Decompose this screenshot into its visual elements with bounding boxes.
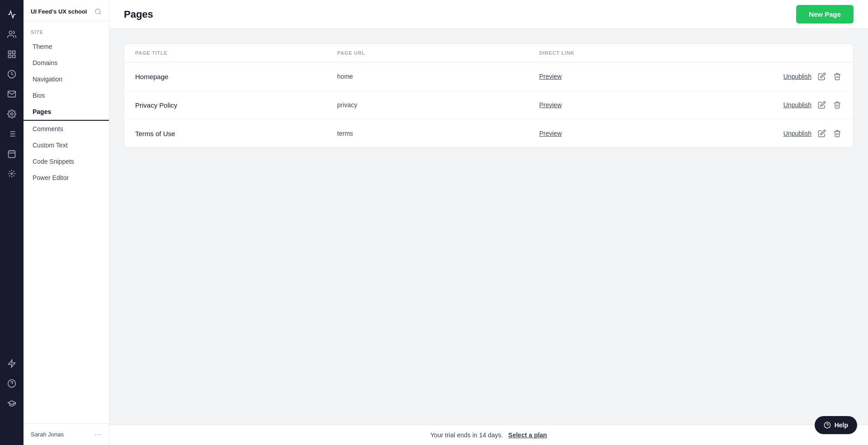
col-header-page-url: PAGE URL (337, 50, 539, 56)
sidebar-item-pages[interactable]: Pages (24, 104, 109, 121)
row-1-page-title: Homepage (135, 73, 337, 80)
more-options-icon[interactable]: ⋯ (94, 430, 102, 439)
svg-point-0 (9, 31, 12, 34)
svg-marker-18 (9, 360, 15, 368)
lightning-icon-btn[interactable] (3, 355, 21, 373)
sidebar-item-custom-text[interactable]: Custom Text (24, 137, 109, 153)
calendar-icon-btn[interactable] (3, 145, 21, 163)
app-name: UI Feed's UX school (31, 8, 87, 15)
trial-message: Your trial ends in 14 days. (430, 431, 503, 439)
row-2-actions: Unpublish (741, 100, 842, 110)
row-2-page-title: Privacy Policy (135, 101, 337, 109)
table-row: Terms of Use terms Preview Unpublish (124, 119, 853, 147)
row-1-unpublish-button[interactable]: Unpublish (783, 73, 811, 80)
top-bar: Pages New Page (109, 0, 868, 29)
pages-table-card: PAGE TITLE PAGE URL DIRECT LINK Homepage… (124, 43, 854, 148)
dashboard-icon-btn[interactable] (3, 45, 21, 63)
row-3-delete-button[interactable] (832, 128, 842, 138)
row-1-direct-link: Preview (539, 73, 741, 80)
sidebar-item-comments[interactable]: Comments (24, 121, 109, 137)
row-2-edit-button[interactable] (817, 100, 827, 110)
row-3-edit-button[interactable] (817, 128, 827, 138)
users-icon-btn[interactable] (3, 25, 21, 43)
new-page-button[interactable]: New Page (796, 5, 854, 24)
help-label: Help (835, 421, 848, 429)
row-1-delete-button[interactable] (832, 71, 842, 81)
trial-bar: Your trial ends in 14 days. Select a pla… (109, 425, 868, 445)
sidebar-item-code-snippets[interactable]: Code Snippets (24, 153, 109, 170)
row-3-preview-link[interactable]: Preview (539, 130, 562, 137)
row-3-direct-link: Preview (539, 130, 741, 137)
app-title-area: UI Feed's UX school (24, 0, 109, 21)
sidebar-item-bios[interactable]: Bios (24, 87, 109, 104)
icon-sidebar (0, 0, 24, 445)
table-row: Homepage home Preview Unpublish (124, 62, 853, 91)
row-1-preview-link[interactable]: Preview (539, 73, 562, 80)
svg-line-22 (99, 13, 101, 14)
content-area: Pages New Page PAGE TITLE PAGE URL DIREC… (109, 0, 868, 445)
analytics-icon-btn[interactable] (3, 5, 21, 24)
row-3-unpublish-button[interactable]: Unpublish (783, 130, 811, 137)
graduation-icon-btn[interactable] (3, 394, 21, 412)
main-content: PAGE TITLE PAGE URL DIRECT LINK Homepage… (109, 29, 868, 425)
site-section-label: SITE (24, 21, 109, 38)
settings-icon-btn[interactable] (3, 105, 21, 123)
sidebar-item-theme[interactable]: Theme (24, 38, 109, 55)
user-name: Sarah Jonas (31, 431, 64, 438)
svg-rect-3 (9, 55, 11, 58)
search-icon[interactable] (94, 7, 102, 15)
svg-point-6 (11, 113, 13, 115)
row-1-actions: Unpublish (741, 71, 842, 81)
row-3-page-url: terms (337, 130, 539, 137)
help-button[interactable]: Help (815, 416, 857, 434)
svg-rect-1 (9, 51, 11, 54)
row-2-direct-link: Preview (539, 101, 741, 109)
page-title: Pages (124, 9, 153, 20)
user-footer: Sarah Jonas ⋯ (24, 423, 109, 445)
sidebar-item-power-editor[interactable]: Power Editor (24, 170, 109, 186)
row-1-page-url: home (337, 73, 539, 80)
col-header-page-title: PAGE TITLE (135, 50, 337, 56)
row-2-preview-link[interactable]: Preview (539, 101, 562, 109)
svg-rect-2 (13, 51, 15, 54)
row-3-actions: Unpublish (741, 128, 842, 138)
main-sidebar: UI Feed's UX school SITE Theme Domains N… (24, 0, 109, 445)
col-header-direct-link: DIRECT LINK (539, 50, 741, 56)
svg-point-17 (11, 173, 12, 174)
tools-icon-btn[interactable] (3, 165, 21, 183)
svg-rect-4 (13, 55, 15, 58)
row-2-page-url: privacy (337, 101, 539, 109)
row-2-delete-button[interactable] (832, 100, 842, 110)
row-2-unpublish-button[interactable]: Unpublish (783, 101, 811, 109)
select-plan-link[interactable]: Select a plan (508, 431, 547, 439)
library-icon-btn[interactable] (3, 125, 21, 143)
row-3-page-title: Terms of Use (135, 130, 337, 137)
revenue-icon-btn[interactable] (3, 65, 21, 83)
col-header-actions (741, 50, 842, 56)
sidebar-item-domains[interactable]: Domains (24, 55, 109, 71)
svg-rect-13 (9, 151, 15, 157)
mail-icon-btn[interactable] (3, 85, 21, 103)
row-1-edit-button[interactable] (817, 71, 827, 81)
svg-point-21 (95, 9, 100, 14)
sidebar-item-navigation[interactable]: Navigation (24, 71, 109, 87)
table-row: Privacy Policy privacy Preview Unpublish (124, 91, 853, 119)
help-circle-icon-btn[interactable] (3, 374, 21, 393)
table-header: PAGE TITLE PAGE URL DIRECT LINK (124, 44, 853, 62)
